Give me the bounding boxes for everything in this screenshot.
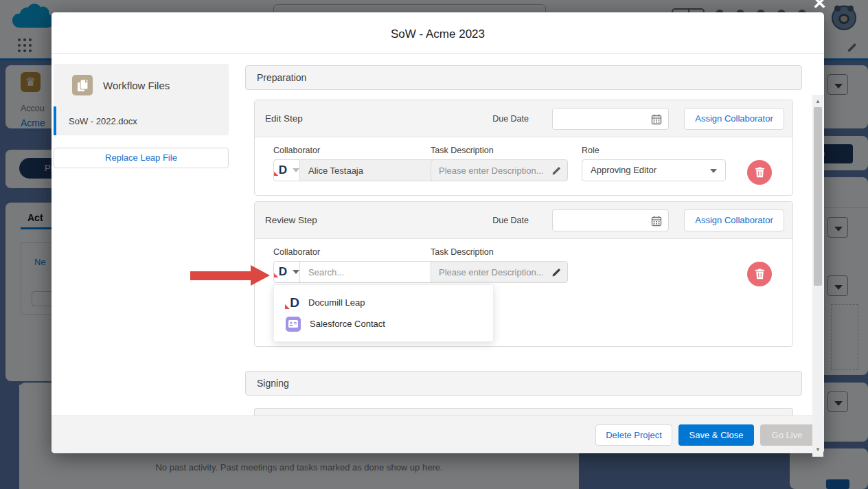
dropdown-option-label: Salesforce Contact [310, 319, 385, 329]
role-select[interactable]: Approving Editor [582, 159, 726, 181]
save-close-button[interactable]: Save & Close [678, 424, 754, 446]
dropdown-option-label: Documill Leap [308, 297, 365, 308]
replace-leap-file-button[interactable]: Replace Leap File [54, 148, 229, 168]
section-signing[interactable]: Signing [245, 371, 802, 396]
due-date-input[interactable] [552, 108, 669, 130]
caret-down-icon [710, 169, 717, 173]
file-name: SoW - 2022.docx [69, 116, 137, 126]
step-title: Review Step [263, 215, 317, 225]
role-label: Role [582, 146, 726, 155]
calendar-icon[interactable] [651, 114, 662, 128]
workflow-files-icon [72, 75, 93, 95]
files-panel: Workflow Files SoW - 2022.docx Replace L… [54, 64, 229, 168]
file-item-selected[interactable]: SoW - 2022.docx [54, 106, 229, 135]
documill-logo: D [275, 163, 287, 177]
section-preparation[interactable]: Preparation [245, 65, 802, 90]
caret-down-icon [293, 168, 299, 172]
collaborator-search-input[interactable] [300, 261, 438, 283]
edit-step-card: Edit Step Due Date [254, 100, 793, 196]
modal-title: SoW - Acme 2023 [52, 12, 824, 54]
collaborator-label: Collaborator [273, 146, 406, 155]
caret-down-icon [293, 270, 299, 274]
task-description-field[interactable] [431, 160, 567, 181]
due-date-input[interactable] [552, 209, 669, 231]
signing-step-card-partial [254, 408, 793, 416]
review-step-card: Review Step Due Date [254, 201, 793, 347]
collaborator-label: Collaborator [273, 247, 406, 257]
delete-step-button[interactable] [747, 160, 772, 185]
step-title: Edit Step [263, 113, 303, 124]
delete-project-button[interactable]: Delete Project [595, 424, 672, 446]
task-description-field[interactable] [431, 262, 567, 282]
dropdown-option-documill-leap[interactable]: D Documill Leap [274, 292, 493, 313]
delete-step-button[interactable] [747, 262, 772, 286]
salesforce-contact-icon [286, 317, 301, 332]
task-description-input[interactable] [431, 261, 568, 283]
files-panel-title: Workflow Files [103, 80, 170, 91]
documill-logo: D [275, 265, 287, 279]
due-date-label: Due Date [492, 216, 529, 225]
modal-scrollbar[interactable]: ▲ ▼ [812, 95, 823, 457]
task-description-label: Task Description [431, 247, 568, 257]
assign-collaborator-button[interactable]: Assign Collaborator [684, 108, 784, 130]
edit-step-body: Collaborator D Task Description [255, 137, 792, 195]
close-icon[interactable]: ✕ [812, 0, 827, 13]
role-value: Approving Editor [591, 165, 656, 175]
steps-column: Preparation Edit Step Due Date [245, 65, 802, 416]
calendar-icon[interactable] [651, 216, 662, 229]
workflow-modal: SoW - Acme 2023 Workflow Files [52, 12, 824, 453]
collaborator-source-dropdown: D Documill Leap [273, 284, 494, 342]
documill-logo: D [286, 295, 299, 310]
dropdown-option-salesforce-contact[interactable]: Salesforce Contact [274, 313, 493, 334]
modal-body: Workflow Files SoW - 2022.docx Replace L… [52, 54, 824, 416]
scroll-up-icon[interactable]: ▲ [812, 96, 823, 107]
collaborator-value-field[interactable] [300, 159, 438, 181]
collaborator-source-toggle[interactable]: D [273, 159, 300, 181]
screen: ♛ Accou Acme Pr Act Ne No past activity.… [0, 0, 868, 489]
modal-footer: Delete Project Save & Close Go Live [52, 416, 824, 453]
assign-collaborator-button[interactable]: Assign Collaborator [684, 209, 784, 231]
task-description-input[interactable] [431, 159, 568, 181]
review-step-header: Review Step Due Date [255, 202, 792, 239]
edit-step-header: Edit Step Due Date [255, 100, 792, 137]
scrollbar-thumb[interactable] [814, 107, 822, 286]
go-live-button[interactable]: Go Live [760, 424, 814, 446]
edit-pencil-icon[interactable] [551, 268, 561, 280]
task-description-label: Task Description [431, 146, 568, 155]
annotation-arrow [190, 265, 270, 286]
scroll-down-icon[interactable]: ▼ [812, 444, 823, 455]
due-date-label: Due Date [492, 114, 529, 124]
collaborator-source-toggle[interactable]: D [273, 261, 300, 283]
edit-pencil-icon[interactable] [551, 166, 561, 179]
